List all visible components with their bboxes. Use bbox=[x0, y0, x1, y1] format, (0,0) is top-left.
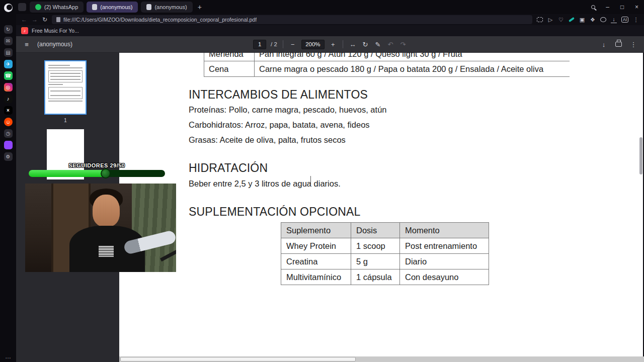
more-tools-icon[interactable]: ⋮ bbox=[633, 17, 639, 23]
url-bar[interactable]: file:///C:/Users/GIMZOO/Downloads/dieta_… bbox=[52, 15, 532, 24]
notification-text: Free Music For Yo... bbox=[32, 28, 79, 34]
page-icon bbox=[56, 17, 60, 22]
supplement-cell: Post entrenamiento bbox=[400, 238, 489, 253]
sync-icon[interactable]: ↻ bbox=[4, 25, 13, 34]
search-icon[interactable] bbox=[586, 1, 600, 14]
downloads-icon[interactable]: ↓ bbox=[611, 17, 617, 23]
profile-icon[interactable] bbox=[600, 17, 606, 22]
whatsapp-icon[interactable]: ☎ bbox=[4, 71, 13, 80]
url-action-icons: ▷ ♡ ▣ ❖ ↓ AI ⋮ bbox=[537, 17, 639, 23]
screenshot-icon[interactable] bbox=[537, 17, 543, 22]
telegram-icon[interactable]: ✈ bbox=[4, 60, 13, 68]
pdf-toolbar: ≡ (anonymous) 1 / 2 − 200% + ↔ ↻ ✎ ↶ ↷ ↓… bbox=[16, 36, 644, 53]
forward-icon[interactable]: → bbox=[32, 17, 38, 23]
webcam-overlay bbox=[25, 184, 176, 272]
toolbar-divider bbox=[283, 40, 283, 48]
tab-anonymous[interactable]: (anonymous) bbox=[141, 2, 192, 13]
mail-icon[interactable]: ✉ bbox=[4, 37, 13, 45]
supplement-table: Suplemento Dosis Momento Whey Protein 1 … bbox=[281, 222, 489, 285]
vertical-scrollbar[interactable] bbox=[639, 53, 643, 354]
close-button[interactable]: × bbox=[629, 1, 644, 14]
supplement-header-cell: Dosis bbox=[351, 223, 399, 238]
whatsapp-tab-icon bbox=[35, 4, 41, 10]
app-sidebar: ↻ ✉ ▤ ✈ ☎ ◎ ♪ × ☺ ◷ ⚙ … bbox=[0, 0, 16, 362]
new-tab-button[interactable]: + bbox=[198, 3, 202, 11]
pdf-toolbar-center: 1 / 2 − 200% + ↔ ↻ ✎ ↶ ↷ bbox=[253, 40, 407, 49]
followers-progress-bar bbox=[29, 170, 165, 177]
sidebar-toggle-icon[interactable]: ≡ bbox=[23, 41, 31, 48]
favorites-heart-icon[interactable]: ♡ bbox=[558, 17, 564, 23]
pdf-toolbar-left: ≡ (anonymous) bbox=[23, 41, 72, 48]
fit-width-icon[interactable]: ↔ bbox=[349, 41, 357, 48]
window-controls: – □ × bbox=[586, 1, 644, 14]
minimize-button[interactable]: – bbox=[600, 1, 615, 14]
tab-label: (2) WhatsApp bbox=[44, 4, 78, 10]
meal-cell: Merienda bbox=[204, 53, 254, 61]
horizontal-scrollbar[interactable] bbox=[119, 356, 644, 362]
supplement-cell: Con desayuno bbox=[400, 269, 489, 285]
supplement-cell: Diario bbox=[400, 254, 489, 269]
more-icon[interactable]: … bbox=[5, 353, 11, 360]
tab-pdf-active[interactable]: (anonymous) bbox=[87, 2, 138, 13]
extensions-icon[interactable]: ❖ bbox=[590, 17, 596, 23]
annotate-pen-icon[interactable]: ✎ bbox=[374, 41, 382, 48]
rotate-icon[interactable]: ↻ bbox=[361, 41, 369, 48]
browser-window: ↻ ✉ ▤ ✈ ☎ ◎ ♪ × ☺ ◷ ⚙ … (2) WhatsApp (an… bbox=[0, 0, 644, 362]
meal-cell: Cena bbox=[204, 61, 254, 76]
meal-desc-cell: Carne magra o pescado 180 g / Papa o bat… bbox=[255, 61, 570, 76]
music-extension-icon: ♪ bbox=[21, 27, 28, 34]
settings-gear-icon[interactable]: ⚙ bbox=[4, 152, 13, 161]
pdf-tab-icon bbox=[92, 4, 97, 10]
browser-logo[interactable] bbox=[4, 4, 13, 12]
kebab-menu-icon[interactable]: ⋮ bbox=[629, 41, 637, 48]
x-icon[interactable]: × bbox=[4, 106, 13, 115]
undo-icon[interactable]: ↶ bbox=[386, 41, 394, 48]
maximize-button[interactable]: □ bbox=[615, 1, 629, 14]
page-tab-icon bbox=[146, 4, 151, 10]
horizontal-scrollbar-thumb[interactable] bbox=[120, 357, 356, 361]
hidratacion-line: Beber entre 2,5 y 3 litros de agua diari… bbox=[189, 179, 341, 189]
supplement-cell: Multivitamínico bbox=[281, 269, 351, 285]
tab-whatsapp[interactable]: (2) WhatsApp bbox=[30, 2, 84, 13]
history-clock-icon[interactable]: ◷ bbox=[4, 129, 13, 138]
intercambios-heading: INTERCAMBIOS DE ALIMENTOS bbox=[189, 88, 368, 102]
redo-icon[interactable]: ↷ bbox=[399, 41, 407, 48]
print-icon[interactable] bbox=[615, 42, 622, 47]
hidratacion-heading: HIDRATACIÓN bbox=[189, 161, 268, 175]
url-text: file:///C:/Users/GIMZOO/Downloads/dieta_… bbox=[63, 17, 257, 23]
zoom-in-button[interactable]: + bbox=[329, 41, 337, 48]
ai-icon[interactable]: AI bbox=[621, 17, 628, 23]
supplement-cell: Whey Protein bbox=[281, 238, 351, 253]
vertical-scrollbar-thumb[interactable] bbox=[639, 137, 642, 174]
notification-bar[interactable]: ♪ Free Music For Yo... bbox=[16, 25, 644, 36]
reddit-icon[interactable]: ☺ bbox=[4, 118, 13, 126]
reader-play-icon[interactable]: ▷ bbox=[547, 17, 553, 23]
app-strip-icons: ↻ ✉ ▤ ✈ ☎ ◎ ♪ × ☺ ◷ ⚙ bbox=[4, 25, 13, 161]
reload-icon[interactable]: ↻ bbox=[42, 17, 47, 23]
download-icon[interactable]: ↓ bbox=[600, 41, 608, 48]
zoom-select[interactable]: 200% bbox=[301, 40, 325, 49]
pdf-toolbar-right: ↓ ⋮ bbox=[600, 41, 637, 48]
twitch-icon[interactable] bbox=[4, 141, 13, 149]
carbohidratos-line: Carbohidratos: Arroz, papa, batata, aven… bbox=[189, 120, 370, 130]
tab-label: (anonymous) bbox=[154, 4, 187, 10]
apps-grid-icon[interactable]: ▤ bbox=[4, 48, 13, 57]
navigation-bar: ← → ↻ file:///C:/Users/GIMZOO/Downloads/… bbox=[16, 14, 644, 25]
pdf-title: (anonymous) bbox=[37, 41, 72, 48]
meal-table: Merienda Pan integral 60 g / Atún 120 g … bbox=[204, 53, 570, 77]
thumbnail-page-1[interactable] bbox=[45, 61, 86, 114]
proteinas-line: Proteínas: Pollo, carne magra, pescado, … bbox=[189, 105, 387, 115]
highlighter-icon[interactable] bbox=[569, 17, 575, 22]
thumbnail-1-label: 1 bbox=[45, 117, 86, 123]
page-number-input[interactable]: 1 bbox=[253, 40, 266, 49]
instagram-icon[interactable]: ◎ bbox=[4, 83, 13, 92]
tiktok-icon[interactable]: ♪ bbox=[4, 95, 13, 103]
supplement-cell: 5 g bbox=[351, 254, 399, 269]
pdf-page: Merienda Pan integral 60 g / Atún 120 g … bbox=[119, 53, 643, 362]
container-icon[interactable]: ▣ bbox=[579, 17, 585, 23]
progress-fill bbox=[29, 170, 108, 177]
pinned-extension-icon[interactable] bbox=[18, 3, 26, 11]
zoom-out-button[interactable]: − bbox=[289, 41, 297, 48]
tab-label: (anonymous) bbox=[100, 4, 132, 10]
back-icon[interactable]: ← bbox=[21, 17, 27, 23]
